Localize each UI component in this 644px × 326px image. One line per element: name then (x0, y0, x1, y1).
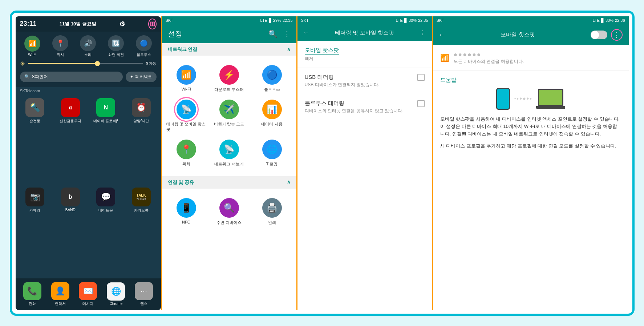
tethering-status-bar: SKT LTE ▊ 30% 22:35 (297, 16, 432, 25)
brightness-icon: ☀ (20, 60, 25, 67)
setting-print[interactable]: 🖨️ 인쇄 (251, 194, 293, 229)
setting-more-network[interactable]: 📡 네트워크 더보기 (208, 136, 251, 170)
setting-nfc[interactable]: 📱 NFC (165, 194, 208, 229)
setting-wifi[interactable]: 📶 Wi-Fi (165, 61, 208, 96)
app-kakaotalk[interactable]: TALK 717125 카카오톡 (125, 188, 158, 275)
home-date: 11월 10일 금요일 (60, 21, 96, 27)
quick-rotation[interactable]: 🔃 화면 회전 (108, 35, 124, 57)
app-grid: 🔦 손전등 α 신한금융투자 N 네이버 클로바β ⏰ 알람/시간 📷 카메라 … (16, 94, 161, 278)
dock-phone[interactable]: 📞 전화 (23, 282, 41, 306)
tethering-item-usb[interactable]: USB 테더링 USB 디바이스가 연결되지 않았습니다. (297, 68, 432, 94)
hotspot-status-bar: SKT LTE ▊ 30% 22:36 (433, 16, 629, 25)
setting-tethering[interactable]: 📡 테더링 및 모바일 핫스팟 (165, 96, 208, 136)
connection-icons-grid: 📱 NFC 🔍 주변 디바이스 🖨️ 인쇄 (162, 189, 296, 235)
bt-sub: 디바이스의 인터넷 연결을 공유하지 않고 있습니다. (305, 108, 404, 114)
app-camera[interactable]: 📷 카메라 (19, 188, 52, 275)
setting-location[interactable]: 📍 위치 (165, 136, 208, 170)
settings-time: 22:35 (283, 18, 293, 23)
dock-contacts[interactable]: 👤 연락처 (51, 282, 69, 306)
app-band[interactable]: b BAND (54, 188, 87, 275)
home-status-bar: 23:11 11월 10일 금요일 ⚙ ⊞ (16, 16, 161, 32)
app-naver[interactable]: N 네이버 클로바β (89, 98, 123, 185)
setting-airplane[interactable]: ✈️ 비행기 탑승 모드 (208, 96, 251, 136)
settings-content: 네트워크 연결 ∧ 📶 Wi-Fi ⚡ 다운로드 부스터 🔵 블루투스 📡 (162, 43, 296, 310)
quick-wifi[interactable]: 📶 Wi-Fi (24, 36, 40, 57)
hotspot-status-right: LTE ▊ 30% 22:36 (593, 18, 625, 23)
dock-chrome[interactable]: 🌐 Chrome (107, 282, 125, 306)
hotspot-ssid-row[interactable]: 📶 ●●●●●● 모든 디바이스의 연결을 허용합니다. (433, 45, 629, 71)
tethering-back-button[interactable]: ← (303, 29, 309, 36)
quick-sound[interactable]: 🔊 소리 (80, 35, 96, 57)
quick-location[interactable]: 📍 위치 (52, 35, 68, 57)
bt-text: 블루투스 테더링 디바이스의 인터넷 연결을 공유하지 않고 있습니다. (305, 100, 404, 114)
setting-nearby-devices[interactable]: 🔍 주변 디바이스 (208, 194, 251, 229)
help-text-1: 모바일 핫스팟을 사용하여 내 디바이스를 인터넷 액세스 포인트로 설정할 수… (440, 116, 621, 138)
hotspot-sub: 해제 (305, 56, 339, 62)
tethering-header: ← 테더링 및 모바일 핫스팟 ⋮ (297, 25, 432, 41)
help-section: 도움말 • • • • • • (433, 71, 629, 160)
lte-icon: LTE (260, 18, 267, 23)
settings-carrier: SKT (166, 18, 173, 23)
panel-settings: SKT LTE ▊ 29% 22:35 설정 🔍 ⋮ 네트워크 연결 ∧ 📶 (162, 16, 296, 310)
app-sonjeondung[interactable]: 🔦 손전등 (19, 98, 52, 185)
home-settings-icon[interactable]: ⚙ (119, 20, 125, 28)
setting-bluetooth[interactable]: 🔵 블루투스 (251, 61, 293, 96)
wifi-signal-illus: • • • • • • (514, 94, 532, 104)
tethering-item-hotspot[interactable]: 모바일 핫스팟 해제 (297, 41, 432, 68)
tethering-item-bluetooth[interactable]: 블루투스 테더링 디바이스의 인터넷 연결을 공유하지 않고 있습니다. (297, 94, 432, 120)
settings-status-bar: SKT LTE ▊ 29% 22:35 (162, 16, 296, 25)
setting-download-booster[interactable]: ⚡ 다운로드 부스터 (208, 61, 251, 96)
bt-title: 블루투스 테더링 (305, 100, 404, 107)
network-icons-grid: 📶 Wi-Fi ⚡ 다운로드 부스터 🔵 블루투스 📡 테더링 및 모바일 핫스… (162, 56, 296, 176)
tethering-menu-button[interactable]: ⋮ (420, 29, 426, 37)
settings-menu-icon[interactable]: ⋮ (283, 29, 291, 38)
dock-messages[interactable]: ✉️ 메시지 (79, 282, 97, 306)
panel-home: 23:11 11월 10일 금요일 ⚙ ⊞ 📶 Wi-Fi 📍 위치 🔊 소리 (16, 16, 161, 310)
bt-checkbox[interactable] (417, 100, 425, 107)
tethering-carrier: SKT (301, 18, 309, 23)
setting-data-usage[interactable]: 📊 데이터 사용 (251, 96, 293, 136)
battery-pct: 29% (273, 18, 281, 23)
hotspot-ssid-sub: 모든 디바이스의 연결을 허용합니다. (454, 59, 524, 65)
tethering-status-right: LTE ▊ 30% 22:35 (396, 18, 428, 23)
phone-icon-illus (496, 88, 510, 110)
app-shinhan[interactable]: α 신한금융투자 (54, 98, 87, 185)
section-collapse-icon[interactable]: ∧ (287, 47, 291, 52)
hotspot-ssid-icon: 📶 (440, 53, 449, 62)
dock-apps[interactable]: ⋯ 앱스 (135, 282, 153, 306)
brightness-slider[interactable] (28, 63, 143, 64)
settings-header-icons: 🔍 ⋮ (268, 29, 291, 38)
section-network: 네트워크 연결 ∧ (162, 43, 296, 56)
quick-connect-button[interactable]: ✦ 퀵 커넥트 (126, 72, 156, 82)
settings-search-icon[interactable]: 🔍 (268, 29, 278, 38)
help-title: 도움말 (440, 77, 621, 84)
brightness-row: ☀ 9 자동 (19, 60, 158, 67)
hotspot-menu-button[interactable]: ⋮ (611, 29, 623, 41)
brightness-auto: 9 자동 (146, 61, 156, 66)
quick-icons-row: 📶 Wi-Fi 📍 위치 🔊 소리 🔃 화면 회전 🔵 블루투스 (19, 35, 158, 57)
hotspot-header: ← 모바일 핫스팟 ⋮ (433, 25, 629, 45)
section2-collapse-icon[interactable]: ∧ (287, 179, 291, 186)
home-time: 23:11 (20, 20, 37, 28)
panel-tethering: SKT LTE ▊ 30% 22:35 ← 테더링 및 모바일 핫스팟 ⋮ 모바… (297, 16, 432, 310)
section-connection: 연결 및 공유 ∧ (162, 176, 296, 189)
hotspot-ssid-value: ●●●●●● (454, 51, 524, 59)
quick-bluetooth[interactable]: 🔵 블루투스 (136, 35, 152, 57)
hotspot-signal-icon: ▊ (601, 18, 604, 23)
hotspot-ssid-info: ●●●●●● 모든 디바이스의 연결을 허용합니다. (454, 51, 524, 65)
hotspot-lte-icon: LTE (593, 18, 600, 23)
setting-t-roaming[interactable]: 🌐 T 로밍 (251, 136, 293, 170)
hotspot-back-button[interactable]: ← (439, 31, 445, 39)
quick-connect-icon: ✦ (130, 75, 133, 79)
usb-checkbox[interactable] (417, 74, 425, 81)
app-alarm[interactable]: ⏰ 알람/시간 (125, 98, 158, 185)
tethering-signal-icon: ▊ (404, 18, 407, 23)
settings-title: 설정 (168, 29, 182, 39)
home-multitask-icon[interactable]: ⊞ (148, 19, 157, 29)
s-finder-button[interactable]: 🔍 S파인더 (20, 72, 123, 82)
app-nateon[interactable]: 💬 네이트온 (89, 188, 123, 275)
hotspot-toggle[interactable] (591, 31, 607, 39)
phone-illustration (496, 88, 510, 110)
settings-status-right: LTE ▊ 29% 22:35 (260, 18, 293, 23)
panel-hotspot: SKT LTE ▊ 30% 22:36 ← 모바일 핫스팟 ⋮ 📶 ●● (433, 16, 629, 310)
